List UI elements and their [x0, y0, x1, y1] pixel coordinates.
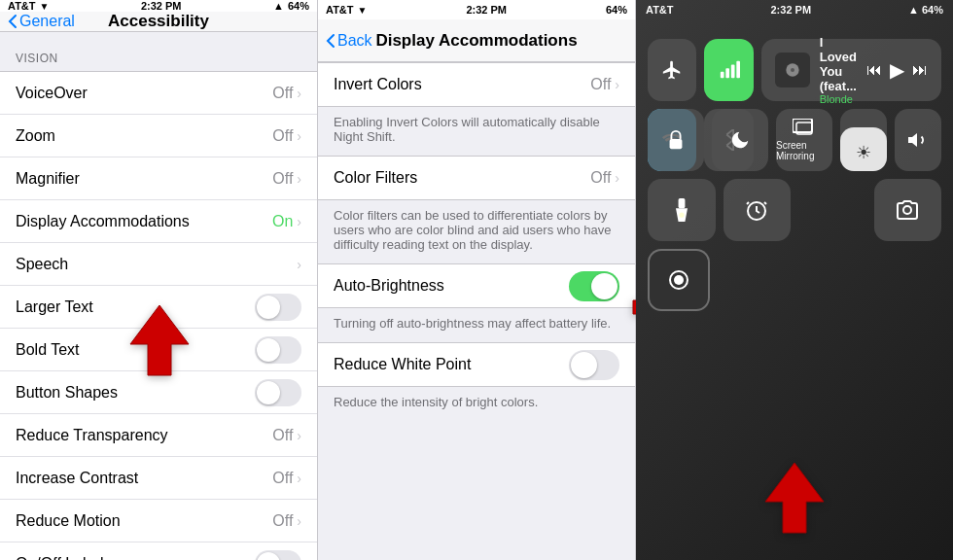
back-button-panel1[interactable]: General	[8, 13, 75, 30]
brightness-icon: ☀	[856, 142, 871, 163]
reduce-white-point-group: Reduce White Point	[318, 342, 635, 387]
invert-colors-group: Invert Colors Off ›	[318, 62, 635, 107]
cellular-data-button[interactable]	[704, 39, 753, 101]
time-label: 2:32 PM	[141, 0, 182, 12]
camera-button[interactable]	[874, 179, 942, 241]
carrier-label-p3: AT&T	[646, 4, 674, 16]
chevron-icon: ›	[297, 257, 301, 272]
page-title-panel2: Display Accommodations	[375, 31, 577, 51]
onoff-labels-toggle[interactable]	[255, 550, 301, 560]
list-item-display-accommodations[interactable]: Display Accommodations On ›	[0, 200, 317, 243]
red-arrow-panel1	[125, 301, 194, 383]
alarm-clock-icon	[745, 198, 768, 222]
back-button-panel2[interactable]: Back	[326, 32, 372, 50]
play-pause-button[interactable]: ▶	[890, 58, 904, 82]
album-art	[775, 52, 810, 88]
list-item-voiceover[interactable]: VoiceOver Off ›	[0, 72, 317, 115]
list-item-reduce-transparency[interactable]: Reduce Transparency Off ›	[0, 414, 317, 457]
svg-rect-8	[670, 139, 683, 149]
list-item-onoff-labels[interactable]: On/Off Labels	[0, 542, 317, 560]
flashlight-icon	[672, 198, 691, 222]
button-shapes-toggle[interactable]	[255, 379, 301, 406]
list-item-reduce-motion[interactable]: Reduce Motion Off ›	[0, 500, 317, 542]
airplane-icon	[661, 59, 683, 81]
red-arrow-panel2	[629, 283, 636, 335]
chevron-icon: ›	[297, 171, 301, 187]
chevron-icon: ›	[297, 128, 301, 144]
svg-point-7	[791, 68, 794, 72]
chevron-left-icon	[8, 14, 18, 29]
list-item-auto-brightness[interactable]: Auto-Brightness	[318, 264, 635, 307]
color-filters-info: Color filters can be used to differentia…	[318, 200, 635, 263]
list-item-reduce-white-point[interactable]: Reduce White Point	[318, 343, 635, 386]
wifi-icon: ▼	[40, 1, 50, 12]
svg-marker-1	[633, 287, 636, 328]
carrier-label: AT&T	[8, 0, 36, 12]
screen-mirroring-button[interactable]: Screen Mirroring	[776, 109, 832, 171]
invert-colors-info: Enabling Invert Colors will automaticall…	[318, 107, 635, 156]
chevron-icon: ›	[297, 428, 301, 443]
auto-brightness-toggle[interactable]	[569, 271, 619, 301]
flashlight-button[interactable]	[648, 179, 716, 241]
screen-record-button[interactable]	[648, 249, 710, 311]
list-item-magnifier[interactable]: Magnifier Off ›	[0, 158, 317, 200]
airplane-mode-button[interactable]	[648, 39, 696, 101]
volume-slider[interactable]	[895, 109, 941, 171]
brightness-slider[interactable]: ☀	[840, 109, 887, 171]
signal-bars-p2: ▼	[358, 5, 368, 16]
list-item-invert-colors[interactable]: Invert Colors Off ›	[318, 63, 635, 106]
do-not-disturb-button[interactable]	[712, 109, 768, 171]
volume-icon	[906, 128, 930, 152]
svg-rect-4	[730, 65, 734, 79]
svg-rect-12	[678, 198, 685, 208]
svg-line-17	[764, 202, 766, 204]
red-arrow-panel3	[760, 459, 829, 541]
list-item-color-filters[interactable]: Color Filters Off ›	[318, 157, 635, 199]
page-title-panel1: Accessibility	[108, 12, 209, 31]
chevron-icon: ›	[297, 86, 301, 101]
screen-mirror-label: Screen Mirroring	[776, 140, 832, 161]
music-title: I Loved You (feat...	[820, 35, 857, 93]
prev-track-button[interactable]: ⏮	[866, 61, 882, 79]
next-track-button[interactable]: ⏭	[912, 61, 928, 79]
moon-icon	[729, 129, 751, 151]
music-card[interactable]: I Loved You (feat... Blonde ⏮ ▶ ⏭	[761, 39, 941, 101]
time-label-p2: 2:32 PM	[466, 4, 507, 16]
carrier-label-p2: AT&T	[326, 4, 354, 16]
battery-label-p2: 64%	[606, 4, 627, 16]
status-bar-panel1: AT&T ▼ 2:32 PM ▲ 64%	[0, 0, 317, 12]
svg-rect-9	[793, 119, 812, 132]
cellular-icon	[719, 59, 740, 81]
svg-line-16	[747, 202, 749, 204]
chevron-icon-p2b: ›	[615, 170, 619, 186]
status-bar-panel3: AT&T 2:32 PM ▲ 64%	[636, 0, 953, 19]
chevron-icon: ›	[297, 214, 301, 229]
list-item-speech[interactable]: Speech ›	[0, 243, 317, 286]
signal-icon: ▲	[273, 0, 284, 12]
up-arrow-icon	[125, 301, 194, 379]
list-item-zoom[interactable]: Zoom Off ›	[0, 115, 317, 158]
bold-text-toggle[interactable]	[255, 336, 301, 364]
screen-lock-button[interactable]	[648, 109, 704, 171]
svg-marker-0	[130, 305, 189, 375]
battery-label-p3: ▲ 64%	[908, 4, 943, 16]
battery-label: 64%	[288, 0, 309, 12]
list-item-increase-contrast[interactable]: Increase Contrast Off ›	[0, 457, 317, 500]
nav-bar-panel2: Back Display Accommodations	[318, 19, 635, 62]
camera-icon	[896, 199, 919, 221]
record-icon	[667, 268, 690, 292]
status-bar-panel2: AT&T ▼ 2:32 PM 64%	[318, 0, 635, 19]
time-label-p3: 2:32 PM	[770, 4, 811, 16]
svg-point-14	[679, 213, 684, 218]
svg-rect-3	[725, 68, 729, 78]
svg-rect-2	[720, 72, 724, 78]
empty-slot	[798, 179, 866, 241]
clock-button[interactable]	[724, 179, 792, 241]
section-header-vision: VISION	[0, 32, 317, 71]
larger-text-toggle[interactable]	[255, 294, 301, 321]
nav-bar-panel1: General Accessibility	[0, 12, 317, 32]
svg-point-18	[903, 206, 911, 214]
reduce-white-point-toggle[interactable]	[569, 350, 619, 380]
screen-mirror-icon	[793, 119, 816, 136]
svg-marker-11	[908, 133, 917, 147]
